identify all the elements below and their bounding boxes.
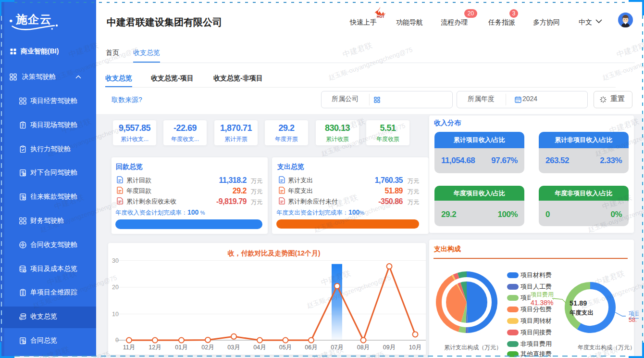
svg-text:07月: 07月: [331, 344, 343, 351]
svg-text:01月: 01月: [175, 344, 187, 351]
svg-text:20: 20: [112, 284, 119, 291]
svg-text:11月: 11月: [123, 344, 135, 351]
svg-text:10: 10: [112, 311, 119, 318]
svg-text:05月: 05月: [279, 344, 292, 351]
svg-text:08月: 08月: [357, 344, 370, 351]
svg-text:03月: 03月: [227, 344, 240, 351]
svg-text:09月: 09月: [383, 344, 396, 351]
svg-text:12月: 12月: [149, 344, 161, 351]
svg-text:收，付款对比及走势图(12个月): 收，付款对比及走势图(12个月): [228, 249, 321, 257]
svg-text:30: 30: [112, 257, 119, 264]
svg-text:06月: 06月: [305, 344, 317, 351]
svg-text:HOT: HOT: [377, 14, 384, 18]
svg-text:10月: 10月: [409, 344, 421, 351]
svg-text:02月: 02月: [201, 344, 214, 351]
svg-text:施企云: 施企云: [15, 13, 52, 26]
svg-text:04月: 04月: [253, 344, 266, 351]
